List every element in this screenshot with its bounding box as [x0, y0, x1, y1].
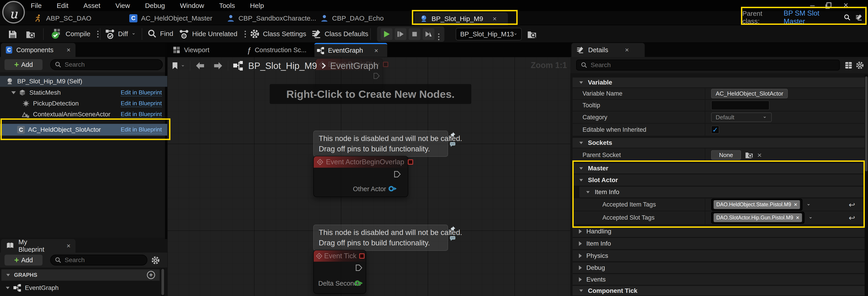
details-panel-tab[interactable]: Details × [571, 43, 645, 57]
node-event-tick[interactable]: Event Tick Delta Seconds [313, 250, 366, 294]
section-debug[interactable]: Debug [572, 262, 865, 274]
section-slot-actor[interactable]: Slot Actor [572, 174, 865, 186]
close-panel-icon[interactable]: × [625, 46, 629, 54]
my-blueprint-search-input[interactable] [65, 257, 143, 264]
close-tab-icon[interactable]: × [493, 15, 497, 23]
eventgraph-list-item[interactable]: EventGraph [0, 283, 160, 293]
menu-view[interactable]: View [108, 0, 137, 11]
tab-bp-slot-hip-m9[interactable]: BP_Slot_Hip_M9 × [414, 12, 508, 25]
hide-unrelated-options-icon[interactable] [245, 31, 246, 32]
section-item-info[interactable]: Item Info [579, 187, 865, 198]
details-search-input[interactable] [591, 62, 835, 69]
tooltip-field[interactable] [711, 101, 770, 110]
edit-in-blueprint-link[interactable]: Edit in Blueprint [121, 89, 162, 96]
section-physics[interactable]: Physics [572, 250, 865, 262]
expander-icon[interactable] [579, 167, 583, 169]
details-scrollbar[interactable] [865, 74, 868, 296]
edit-in-blueprint-link[interactable]: Edit in Blueprint [121, 100, 162, 107]
exec-pin-icon[interactable] [355, 264, 363, 271]
close-tab-icon[interactable]: × [374, 47, 378, 55]
class-settings-button[interactable]: Class Settings [250, 29, 306, 39]
diff-button[interactable]: Diff [105, 29, 136, 39]
menu-edit[interactable]: Edit [50, 0, 75, 11]
eject-button[interactable] [423, 28, 434, 40]
browse-asset-button[interactable] [25, 29, 36, 39]
my-blueprint-panel-tab[interactable]: My Blueprint × [1, 239, 75, 253]
compile-options-icon[interactable] [97, 31, 98, 32]
expander-icon[interactable] [579, 229, 582, 234]
filter-settings-icon[interactable] [151, 256, 160, 265]
component-row-contextualanim[interactable]: ContextualAnimSceneActor Edit in Bluepri… [0, 109, 167, 120]
tag-chip[interactable]: DAO.HeldObject.State.Pistol.M9 × [714, 200, 800, 209]
reset-to-default-icon[interactable]: ↩ [849, 200, 855, 209]
components-search-input[interactable] [65, 61, 158, 68]
hide-unrelated-button[interactable]: Hide Unrelated [179, 29, 246, 39]
components-panel-tab[interactable]: C Components × [1, 43, 75, 57]
edit-in-blueprint-link[interactable]: Edit in Blueprint [121, 111, 162, 118]
maximize-button[interactable] [825, 2, 832, 9]
variable-name-field[interactable]: AC_HeldObject_SlotActor [711, 89, 788, 98]
component-row-self[interactable]: BP_Slot_Hip_M9 (Self) [0, 76, 167, 87]
graphs-section-header[interactable]: GRAPHS + [1, 269, 160, 281]
tag-chip[interactable]: DAO.SlotActor.Hip.Gun.Pistol.M9 × [714, 213, 802, 222]
close-panel-icon[interactable]: × [66, 242, 70, 250]
search-parent-class-icon[interactable] [844, 13, 851, 21]
column-view-icon[interactable] [844, 61, 853, 70]
section-master[interactable]: Master [572, 163, 865, 174]
expander-icon[interactable] [11, 91, 16, 94]
node-event-actorbeginoverlap[interactable]: Event ActorBeginOverlap Other Actor [313, 156, 408, 197]
expander-icon[interactable] [579, 241, 582, 246]
tab-viewport[interactable]: Viewport [170, 43, 212, 57]
parent-class-link[interactable]: BP SM Slot Master [784, 9, 839, 26]
section-handling[interactable]: Handling [572, 226, 865, 237]
browse-socket-icon[interactable] [745, 151, 754, 159]
close-panel-icon[interactable]: × [66, 46, 70, 54]
tab-cbp-dao-echo[interactable]: CBP_DAO_Echo [320, 11, 383, 25]
clear-socket-icon[interactable]: × [757, 151, 762, 160]
my-blueprint-search[interactable] [50, 255, 147, 265]
node-disabled-indicator[interactable] [408, 159, 413, 165]
add-component-button[interactable]: +Add [4, 59, 42, 70]
reset-to-default-icon[interactable]: ↩ [849, 213, 855, 222]
chevron-down-icon[interactable] [806, 203, 811, 206]
debug-object-dropdown[interactable]: BP_Slot_Hip_M13 [456, 28, 522, 40]
back-icon[interactable] [195, 61, 205, 71]
class-defaults-button[interactable]: Class Defaults [311, 29, 368, 39]
menu-window[interactable]: Window [173, 0, 211, 11]
editable-checkbox[interactable]: ✓ [711, 126, 719, 134]
section-events[interactable]: Events [572, 274, 865, 285]
edit-in-blueprint-link[interactable]: Edit in Blueprint [121, 126, 162, 133]
category-dropdown[interactable]: Default [711, 112, 772, 122]
object-pin-icon[interactable] [388, 185, 398, 193]
expander-icon[interactable] [579, 254, 582, 258]
section-sockets[interactable]: Sockets [572, 138, 865, 148]
item-tags-container[interactable]: DAO.HeldObject.State.Pistol.M9 × [711, 199, 802, 210]
expander-icon[interactable] [579, 265, 582, 270]
find-button[interactable]: Find [147, 29, 173, 38]
menu-file[interactable]: File [24, 0, 49, 11]
parent-socket-field[interactable]: None [711, 150, 741, 160]
expander-icon[interactable] [6, 274, 10, 276]
compile-button[interactable]: Compile [52, 29, 98, 39]
chevron-down-icon[interactable] [180, 64, 185, 67]
pin-icon[interactable] [450, 226, 456, 233]
play-button[interactable] [381, 28, 393, 40]
component-row-pickupdetection[interactable]: PickupDetection Edit in Blueprint [0, 98, 167, 109]
float-pin-icon[interactable] [354, 279, 364, 287]
remove-tag-icon[interactable]: × [794, 201, 797, 208]
expander-icon[interactable] [579, 290, 583, 292]
component-row-ac-heldobject-slotactor[interactable]: C AC_HeldObject_SlotActor Edit in Bluepr… [0, 124, 167, 136]
expander-icon[interactable] [579, 179, 583, 181]
close-window-button[interactable]: × [840, 0, 852, 10]
chevron-down-icon[interactable] [808, 216, 813, 220]
section-item-info-2[interactable]: Item Info [572, 238, 865, 250]
add-graph-icon[interactable]: + [147, 271, 155, 279]
tab-cbp-sandboxcharacter[interactable]: CBP_SandboxCharacte... [227, 11, 316, 25]
section-variable[interactable]: Variable [572, 77, 865, 88]
expander-icon[interactable] [586, 191, 590, 193]
tab-construction-script[interactable]: ƒ Construction Sc... [245, 43, 309, 57]
play-options-icon[interactable] [438, 33, 439, 35]
tab-ac-heldobject-master[interactable]: C AC_HeldObject_Master [129, 11, 212, 25]
add-blueprint-item-button[interactable]: +Add [4, 255, 42, 265]
menu-help[interactable]: Help [243, 0, 271, 11]
